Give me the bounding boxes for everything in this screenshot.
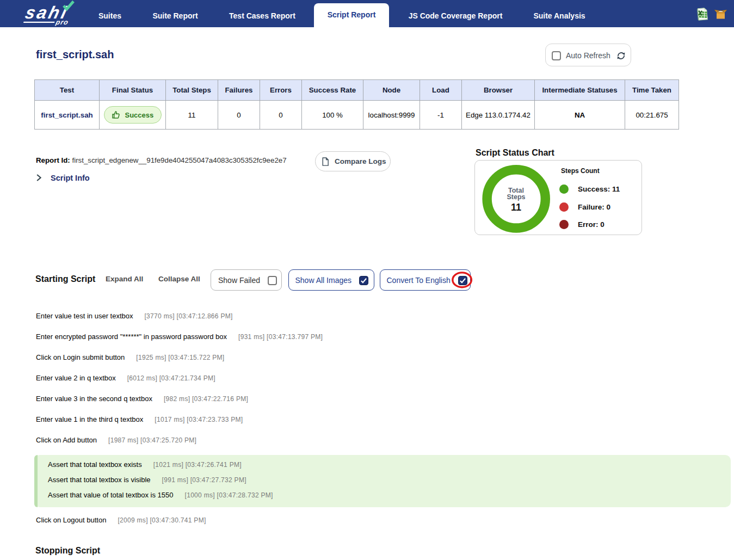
svg-text:pro: pro [54,19,70,26]
